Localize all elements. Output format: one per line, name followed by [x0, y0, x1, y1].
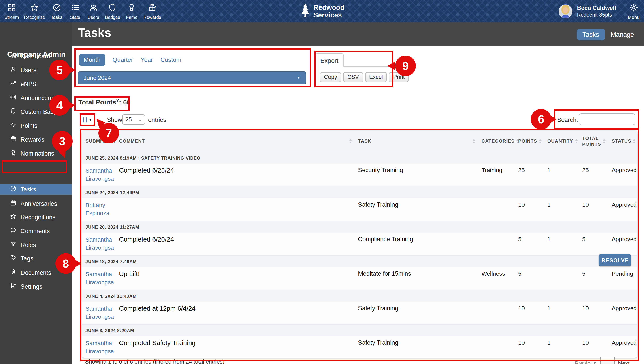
nav-item-label: Stats: [70, 15, 80, 20]
table-row: SamanthaLiravongsa Completed 6/25/24 Sec…: [82, 164, 637, 186]
navbar-user-area: Beca Caldwell Redeem: 85pts Menu: [559, 0, 640, 23]
categories-cell: [482, 236, 518, 252]
sidebar-item-label: Tags: [20, 255, 33, 262]
task-cell: Meditate for 15mins: [358, 270, 482, 286]
bar-chart-icon: [10, 52, 16, 60]
sidebar-item-enps[interactable]: eNPS: [0, 78, 72, 90]
tab-year[interactable]: Year: [141, 57, 153, 63]
nav-item-rewards[interactable]: Rewards: [144, 3, 161, 20]
comment-cell: Completed 6/25/24: [119, 167, 358, 183]
avatar[interactable]: [559, 4, 572, 18]
nav-item-recognize[interactable]: Recognize: [24, 3, 45, 20]
submitter-link[interactable]: BrittanyEspinoza: [86, 202, 110, 216]
comment-cell: Completed at 12pm 6/4/24: [119, 305, 358, 320]
submitter-link[interactable]: SamanthaLiravongsa: [86, 305, 114, 320]
nav-item-label: Stream: [4, 15, 19, 20]
submitter-link[interactable]: SamanthaLiravongsa: [86, 236, 114, 251]
task-cell: Safety Training: [358, 201, 482, 217]
month-dropdown[interactable]: June 2024 ▼: [78, 71, 306, 84]
sidebar-item-recognitions[interactable]: Recognitions: [0, 211, 72, 223]
nav-item-users[interactable]: Users: [86, 3, 100, 20]
csv-button[interactable]: CSV: [343, 72, 363, 82]
tab-month[interactable]: Month: [79, 54, 105, 66]
sidebar-item-points[interactable]: Points: [0, 120, 72, 131]
grid-icon: [7, 3, 16, 14]
sidebar: Company Admin Dashboard Users eNPS Annou…: [0, 23, 72, 364]
sidebar-item-comments[interactable]: Comments: [0, 225, 72, 237]
sidebar-item-documents[interactable]: Documents: [0, 267, 72, 278]
sidebar-item-custom-badges[interactable]: Custom Badges: [0, 106, 72, 117]
pagination-next[interactable]: Next: [618, 360, 630, 364]
sidebar-item-nominations[interactable]: Nominations: [0, 147, 72, 159]
tasks-view-button[interactable]: Tasks: [577, 29, 605, 40]
sidebar-item-label: Anniversaries: [20, 200, 57, 207]
resolve-button[interactable]: RESOLVE: [599, 254, 631, 266]
quantity-cell: [547, 270, 582, 286]
copy-button[interactable]: Copy: [320, 72, 341, 82]
nav-item-label: Fame: [126, 15, 138, 20]
pagination-page-button[interactable]: [600, 357, 615, 364]
sidebar-item-roles[interactable]: Roles: [0, 239, 72, 251]
column-visibility-button[interactable]: ▼: [80, 114, 94, 125]
sidebar-item-tags[interactable]: Tags: [0, 252, 72, 264]
submitter-link[interactable]: SamanthaLiravongsa: [86, 167, 114, 182]
column-header-task[interactable]: TASK: [358, 138, 482, 144]
column-header-quantity[interactable]: QUANTITY: [547, 138, 582, 144]
sidebar-item-tasks[interactable]: Tasks: [0, 184, 72, 195]
brand-text: Redwood Services: [313, 4, 344, 19]
star-icon: [30, 3, 39, 14]
column-header-comment[interactable]: COMMENT: [119, 138, 358, 144]
sidebar-item-label: Users: [20, 67, 36, 73]
column-header-submitter[interactable]: SUBMITTER: [86, 138, 119, 144]
nav-item-badges[interactable]: Badges: [105, 3, 120, 20]
sidebar-item-label: Comments: [20, 228, 50, 234]
menu-button[interactable]: Menu: [628, 3, 640, 20]
manage-view-button[interactable]: Manage: [611, 31, 634, 38]
sidebar-item-anniversaries[interactable]: Anniversaries: [0, 198, 72, 209]
column-header-total-points[interactable]: TOTAL POINTS: [582, 135, 612, 147]
status-cell: Approved: [612, 167, 637, 183]
sidebar-item-settings[interactable]: Settings: [0, 281, 72, 292]
sidebar-item-users[interactable]: Users: [0, 64, 72, 76]
excel-button[interactable]: Excel: [365, 72, 387, 82]
user-info[interactable]: Beca Caldwell Redeem: 85pts: [577, 4, 616, 18]
comment-cell: Completed Safety Training: [119, 339, 358, 355]
sort-icon: [633, 139, 636, 143]
pagination-previous[interactable]: Previous: [575, 360, 596, 364]
print-button[interactable]: Print: [389, 72, 408, 82]
column-header-categories[interactable]: CATEGORIES: [482, 138, 518, 144]
total-points-help-icon[interactable]: ?: [116, 98, 119, 103]
nav-item-fame[interactable]: Fame: [125, 3, 138, 20]
column-header-status[interactable]: STATUS: [612, 138, 637, 144]
sidebar-item-label: Documents: [20, 269, 51, 276]
submitter-link[interactable]: SamanthaLiravongsa: [86, 340, 114, 354]
total-points-cell: 10: [582, 305, 612, 320]
gift-icon: [10, 135, 16, 143]
column-header-points[interactable]: POINTS: [518, 138, 547, 144]
brand-line2: Services: [313, 12, 344, 19]
tab-custom[interactable]: Custom: [160, 57, 181, 63]
sidebar-item-rewards[interactable]: Rewards: [0, 134, 72, 145]
search-input[interactable]: [579, 113, 636, 125]
broadcast-icon: [10, 94, 16, 102]
sidebar-item-label: Recognitions: [20, 214, 56, 220]
shield-icon: [108, 3, 117, 14]
page-size-select[interactable]: 25 ⌄: [122, 114, 145, 125]
sidebar-item-announcements[interactable]: Announcements: [0, 92, 72, 104]
tab-quarter[interactable]: Quarter: [112, 57, 133, 63]
page-title-bar: Tasks Tasks Manage: [72, 23, 644, 46]
nav-item-stats[interactable]: Stats: [68, 3, 82, 20]
brand-logo[interactable]: Redwood Services: [300, 2, 344, 21]
table-row: SamanthaLiravongsa Completed 6/20/24 Com…: [82, 233, 637, 255]
tasks-table: SUBMITTER COMMENT TASK CATEGORIES POINTS…: [82, 131, 637, 358]
tab-export[interactable]: Export: [315, 53, 344, 67]
sidebar-item-label: Settings: [20, 283, 42, 290]
nav-item-tasks[interactable]: Tasks: [50, 3, 63, 20]
submitter-link[interactable]: SamanthaLiravongsa: [86, 271, 114, 285]
date-group-header: JUNE 3, 2024 8:20AM: [82, 324, 637, 336]
quantity-cell: 1: [547, 305, 582, 320]
sidebar-item-dashboard[interactable]: Dashboard: [0, 50, 72, 62]
nav-item-stream[interactable]: Stream: [4, 3, 19, 20]
award-icon: [127, 3, 136, 14]
award-icon: [10, 149, 16, 157]
